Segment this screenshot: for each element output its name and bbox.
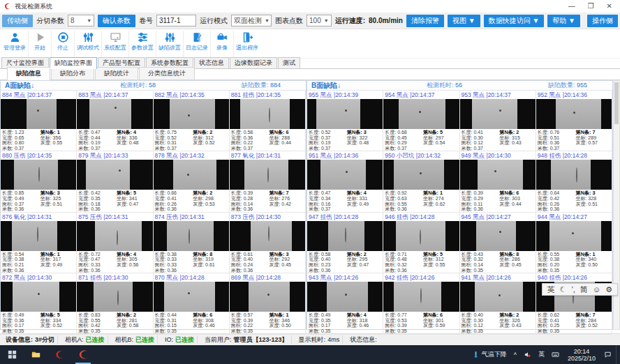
- action-monitor-button[interactable]: 系统配置: [102, 31, 129, 58]
- sub-tab-1[interactable]: 缺陷信息: [7, 67, 50, 80]
- slit-count-label: 分切条数: [36, 16, 64, 26]
- defect-cell[interactable]: 872 黑点 |20:14:30 长度: 0.49宽度: 0.36面积: 0.1…: [1, 273, 77, 334]
- current-user-label: 当前用户:: [205, 335, 232, 344]
- defect-cell[interactable]: 943 黑点 |20:14:26 长度: 0.49宽度: 0.35面积: 0.1…: [307, 273, 383, 334]
- file-explorer-icon[interactable]: [24, 345, 47, 364]
- slit-count-select[interactable]: 8▼: [68, 15, 94, 26]
- clear-alarm-button[interactable]: 清除报警: [406, 15, 444, 27]
- data-quick-access-menu-button[interactable]: 数据快捷访问 ▼: [484, 15, 545, 27]
- defect-time: |20:14:30: [486, 152, 510, 159]
- drive-side-button[interactable]: 传动侧: [2, 15, 33, 27]
- maximize-button[interactable]: ❐: [588, 0, 594, 13]
- notification-center-icon[interactable]: [601, 345, 614, 364]
- run-mode-select[interactable]: 双面检测▼: [231, 15, 272, 26]
- film-edge-right: [366, 160, 383, 190]
- chart-points-select[interactable]: 100▼: [307, 15, 332, 26]
- defect-mark: [187, 174, 189, 176]
- defect-mark: [37, 227, 38, 242]
- defect-cell[interactable]: 879 黑点 |20:14:33 长度: 0.42宽度: 0.35面积: 0.1…: [77, 151, 153, 212]
- defect-cell[interactable]: 869 黑点 |20:14:28 长度: 0.57宽度: 0.39面积: 0.2…: [230, 273, 306, 334]
- main-tab-7[interactable]: 测试: [278, 57, 300, 68]
- defect-cell[interactable]: 883 黑点 |20:14:37 长度: 0.47宽度: 0.44面积: 0.1…: [77, 91, 153, 151]
- defect-image: [154, 282, 229, 312]
- action-user-button[interactable]: 管理登录: [1, 31, 29, 58]
- defect-image: [230, 221, 305, 251]
- action-camera-button[interactable]: 录像: [211, 31, 234, 58]
- show-desktop-button[interactable]: [616, 345, 619, 364]
- defect-cell[interactable]: 876 氧化 |20:14:31 长度: 0.54宽度: 0.38面积: 0.2…: [1, 213, 77, 273]
- ime-emoji-icon[interactable]: ☺: [593, 285, 600, 294]
- close-button[interactable]: ✕: [607, 0, 612, 13]
- action-stop-button[interactable]: 停止: [52, 31, 75, 58]
- defect-cell[interactable]: 870 黑点 |20:14:28 长度: 0.44宽度: 0.31面积: 0.1…: [154, 273, 230, 334]
- action-log-button[interactable]: 日志记录: [184, 31, 211, 58]
- roll-number-input[interactable]: 3117-1: [156, 15, 196, 26]
- sub-tab-4[interactable]: 分类信息统计: [139, 67, 195, 79]
- defect-id: 883: [78, 91, 88, 98]
- film-edge-right: [133, 282, 152, 312]
- defect-mark: [345, 227, 346, 243]
- defect-cell[interactable]: 873 压伤 |20:14:30 长度: 0.61宽度: 0.40面积: 0.2…: [230, 213, 306, 273]
- defect-stats: 长度: 0.92宽度: 0.63面积: 0.55米数: 0.36 第N条: 1坐…: [383, 190, 459, 211]
- ime-settings-gear-icon[interactable]: ⚙: [605, 285, 612, 294]
- start-button[interactable]: [0, 345, 24, 364]
- main-tab-6[interactable]: 边缘数据记录: [230, 57, 277, 68]
- main-tab-2[interactable]: 缺陷监控界面: [50, 57, 97, 69]
- defect-cell[interactable]: 946 挂伤 |20:14:28 长度: 0.71宽度: 0.48面积: 0.3…: [383, 213, 459, 273]
- action-exit-button[interactable]: 退出程序: [234, 31, 260, 58]
- defect-cell[interactable]: 878 黑点 |20:14:32 长度: 0.66宽度: 0.41面积: 0.2…: [154, 151, 230, 212]
- defect-cell[interactable]: 950 小凹坑 |20:14:32 长度: 0.92宽度: 0.63面积: 0.…: [383, 151, 459, 212]
- ime-moon-icon[interactable]: ☾: [560, 285, 567, 294]
- operate-side-button[interactable]: 操作侧: [587, 15, 618, 27]
- defect-cell[interactable]: 881 挂伤 |20:14:35 长度: 0.58宽度: 0.36面积: 0.2…: [230, 91, 306, 151]
- ime-english-toggle[interactable]: 英: [547, 285, 555, 295]
- defect-cell[interactable]: 871 挂伤 |20:14:30 长度: 0.83宽度: 0.55面积: 0.4…: [77, 273, 153, 334]
- defect-cell[interactable]: 884 黑点 |20:14:37 长度: 1.23宽度: 0.65面积: 0.8…: [1, 91, 77, 151]
- action-slidersH-button[interactable]: 参数设置: [129, 31, 156, 58]
- app-icon-secondary[interactable]: [47, 345, 71, 364]
- sub-tab-3[interactable]: 缺陷统计: [95, 67, 138, 79]
- defect-type: 挂伤: [397, 213, 408, 220]
- action-tune-button[interactable]: 调试模式: [75, 31, 102, 58]
- taskbar-clock[interactable]: 20:14 2025/2/10: [563, 348, 600, 362]
- main-tab-5[interactable]: 状态信息: [194, 57, 229, 68]
- titlebar: 视觉检测系统 — ❐ ✕: [0, 0, 620, 13]
- weather-tray-item[interactable]: 气温下降: [469, 345, 510, 364]
- ime-simplified-toggle[interactable]: 简: [580, 285, 588, 295]
- defect-cell[interactable]: 949 黑点 |20:14:30 长度: 0.39宽度: 0.29面积: 0.1…: [460, 151, 536, 212]
- defect-type: 黑点: [320, 91, 332, 98]
- defect-cell[interactable]: 880 压伤 |20:14:35 长度: 0.85宽度: 0.49面积: 0.3…: [1, 151, 77, 212]
- defect-mark: [115, 107, 117, 109]
- defect-cell[interactable]: 877 氧化 |20:14:31 长度: 0.39宽度: 0.28面积: 0.1…: [230, 151, 306, 212]
- defect-mark: [38, 167, 40, 182]
- scrollbar-thumb[interactable]: [614, 82, 619, 124]
- action-play-button[interactable]: 开始: [29, 31, 52, 58]
- keyboard-icon[interactable]: [549, 345, 562, 364]
- defect-stats: 长度: 0.77宽度: 0.53面积: 0.39米数: 0.35 第N条: 6坐…: [383, 312, 459, 333]
- defect-cell[interactable]: 953 黑点 |20:14:37 长度: 0.41宽度: 0.30面积: 0.1…: [460, 91, 536, 151]
- help-menu-button[interactable]: 帮助 ▼: [547, 15, 580, 27]
- defect-cell[interactable]: 952 黑点 |20:14:36 长度: 0.76宽度: 0.51面积: 0.3…: [536, 91, 612, 151]
- defect-cell[interactable]: 882 黑点 |20:14:35 长度: 0.75宽度: 0.52面积: 0.3…: [154, 91, 230, 151]
- volume-icon[interactable]: [521, 345, 534, 364]
- defect-id: 954: [385, 91, 394, 98]
- defect-cell[interactable]: 874 压伤 |20:14:31 长度: 0.38宽度: 0.33面积: 0.3…: [154, 213, 230, 273]
- confirm-count-button[interactable]: 确认条数: [98, 15, 135, 27]
- defect-cell[interactable]: 948 挂伤 |20:14:28 长度: 0.64宽度: 0.42面积: 0.2…: [536, 151, 612, 212]
- defect-cell[interactable]: 944 黑点 |20:14:27 长度: 0.55宽度: 0.38面积: 0.2…: [536, 213, 612, 273]
- minimize-button[interactable]: —: [568, 0, 575, 13]
- defect-cell[interactable]: 945 黑点 |20:14:27 长度: 0.43宽度: 0.32面积: 0.1…: [460, 213, 536, 273]
- defect-cell[interactable]: 954 黑点 |20:14:37 长度: 0.68宽度: 0.45面积: 0.2…: [383, 91, 459, 151]
- defect-cell[interactable]: 955 黑点 |20:14:39 长度: 0.52宽度: 0.37面积: 0.1…: [307, 91, 383, 151]
- defect-cell[interactable]: 941 黑点 |20:14:26 长度: 0.40宽度: 0.30面积: 0.1…: [460, 273, 536, 334]
- action-slidersV-button[interactable]: 缺陷设置: [156, 31, 184, 58]
- app-icon-inspection-active[interactable]: [71, 345, 95, 364]
- ime-punctuation-toggle[interactable]: ’,: [571, 285, 575, 294]
- ime-language-indicator[interactable]: 英: [536, 345, 547, 364]
- defect-cell[interactable]: 951 黑点 |20:14:36 长度: 0.47宽度: 0.34面积: 0.1…: [307, 151, 383, 212]
- defect-cell[interactable]: 947 挂伤 |20:14:28 长度: 0.58宽度: 0.40面积: 0.2…: [307, 213, 383, 273]
- defect-cell[interactable]: 942 挂伤 |20:14:26 长度: 0.77宽度: 0.53面积: 0.3…: [383, 273, 459, 334]
- tray-expand-caret[interactable]: ^: [511, 345, 519, 364]
- view-menu-button[interactable]: 视图 ▼: [448, 15, 480, 27]
- defect-cell[interactable]: 875 压伤 |20:14:31 长度: 0.72宽度: 0.47面积: 0.3…: [77, 213, 153, 273]
